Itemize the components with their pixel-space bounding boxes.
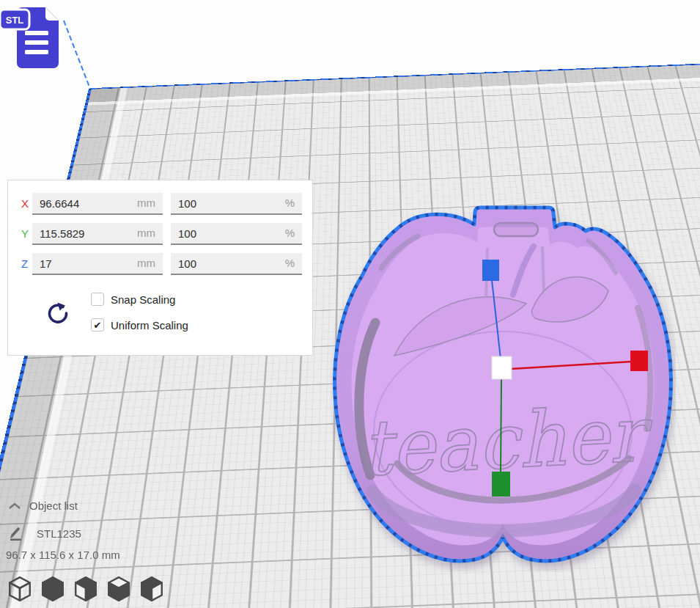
- scale-x-percent-input[interactable]: [171, 193, 302, 213]
- scale-z-percent-input[interactable]: [171, 253, 302, 274]
- object-name[interactable]: STL1235: [37, 527, 81, 540]
- z-percent-unit: %: [285, 253, 295, 274]
- axis-line-y: [501, 378, 501, 474]
- object-list-collapse-icon[interactable]: [8, 502, 21, 510]
- reset-scale-button[interactable]: [43, 300, 73, 329]
- z-mm-unit: mm: [137, 253, 155, 274]
- view-solid-icon[interactable]: [40, 576, 65, 602]
- x-mm-unit: mm: [137, 193, 155, 213]
- document-line: [25, 50, 48, 54]
- scale-handle-z[interactable]: [482, 260, 499, 281]
- reset-arrow-icon: [50, 305, 67, 322]
- snap-scaling-checkbox[interactable]: [91, 293, 104, 306]
- view-3d-icon[interactable]: [7, 576, 32, 602]
- scale-handle-x[interactable]: [630, 351, 648, 371]
- scale-tool-panel: X mm % Y mm % Z mm % Snap Scaling ✔ Unif…: [7, 180, 313, 356]
- scale-y-percent-input[interactable]: [171, 223, 302, 243]
- y-percent-unit: %: [285, 223, 295, 243]
- tab-slot: [494, 223, 538, 236]
- scale-handle-y[interactable]: [492, 472, 510, 497]
- model-apple-mold[interactable]: teacher: [330, 205, 676, 572]
- object-list-label[interactable]: Object list: [29, 499, 78, 512]
- y-mm-unit: mm: [137, 223, 155, 243]
- view-top-icon[interactable]: [106, 576, 131, 602]
- slicer-viewport: teacher STL X mm % Y mm %: [0, 0, 700, 608]
- document-line: [25, 40, 48, 45]
- scale-handle-center[interactable]: [492, 356, 512, 379]
- document-line: [25, 31, 48, 35]
- object-dimensions: 96.7 x 115.6 x 17.0 mm: [6, 549, 120, 561]
- document-fold: [45, 7, 59, 21]
- uniform-scaling-checkbox[interactable]: ✔: [91, 318, 104, 332]
- view-side-icon[interactable]: [139, 576, 164, 602]
- stl-file-icon[interactable]: STL: [0, 0, 73, 75]
- view-front-icon[interactable]: [73, 576, 98, 602]
- mold-body: teacher: [335, 208, 671, 561]
- snap-scaling-label: Snap Scaling: [111, 293, 175, 306]
- plate-margin-back: [87, 12, 700, 103]
- uniform-scaling-label: Uniform Scaling: [111, 319, 188, 332]
- camera-view-toolbar: [7, 576, 164, 602]
- stl-badge-label: STL: [6, 15, 24, 26]
- edit-pencil-icon[interactable]: [9, 526, 23, 541]
- uniform-check-glyph: ✔: [94, 320, 102, 331]
- x-percent-unit: %: [285, 193, 295, 213]
